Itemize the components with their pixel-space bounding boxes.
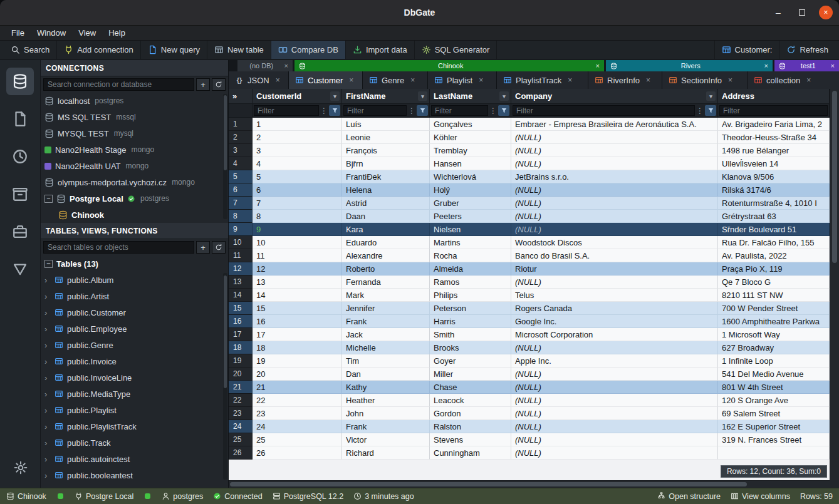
- chevron-right-icon[interactable]: ›: [44, 292, 51, 301]
- row-number[interactable]: 15: [229, 302, 253, 315]
- grid-cell[interactable]: Victor: [342, 433, 430, 446]
- grid-cell[interactable]: Rilská 3174/6: [718, 183, 830, 197]
- rail-item-macros[interactable]: [0, 250, 41, 288]
- chevron-right-icon[interactable]: ›: [44, 422, 51, 431]
- grid-cell[interactable]: 69 Salem Street: [718, 407, 830, 420]
- grid-cell[interactable]: Heather: [342, 394, 430, 407]
- grid-cell[interactable]: Frank: [342, 420, 430, 433]
- row-number[interactable]: 7: [229, 197, 253, 210]
- chevron-right-icon[interactable]: ›: [44, 389, 51, 399]
- filter-funnel-button[interactable]: [417, 105, 428, 116]
- grid-cell[interactable]: Brooks: [430, 341, 511, 354]
- grid-cell[interactable]: Theodor-Heuss-Straße 34: [718, 131, 830, 144]
- column-header-address[interactable]: Address: [718, 89, 830, 104]
- grid-cell[interactable]: Almeida: [430, 262, 511, 275]
- grid-cell[interactable]: Peeters: [430, 210, 511, 223]
- grid-cell[interactable]: Tremblay: [430, 144, 511, 157]
- status-indicator[interactable]: [143, 492, 152, 500]
- column-header-firstname[interactable]: FirstName▾: [342, 89, 430, 104]
- table-item-public-employee[interactable]: ›public.Employee: [41, 321, 228, 337]
- menu-window[interactable]: Window: [31, 27, 72, 39]
- grid-cell[interactable]: 5: [253, 170, 342, 183]
- status-postgre-local[interactable]: Postgre Local: [75, 492, 133, 501]
- column-menu-button[interactable]: ▾: [499, 91, 509, 101]
- grid-cell[interactable]: Michelle: [342, 341, 430, 354]
- grid-cell[interactable]: (NULL): [511, 223, 718, 236]
- grid-cell[interactable]: Dan: [342, 368, 430, 381]
- grid-cell[interactable]: Holý: [430, 183, 511, 197]
- chevron-right-icon[interactable]: ›: [44, 275, 51, 285]
- filter-funnel-button[interactable]: [329, 105, 340, 116]
- column-menu-button[interactable]: ▾: [418, 91, 427, 101]
- grid-vertical-scrollbar[interactable]: [830, 89, 839, 480]
- toolbar-sql-generator-button[interactable]: SQL Generator: [415, 41, 498, 59]
- row-number[interactable]: 25: [229, 433, 253, 446]
- chevron-right-icon[interactable]: ›: [44, 324, 51, 334]
- toolbar-import-data-button[interactable]: Import data: [346, 41, 415, 59]
- close-tab-icon[interactable]: ×: [276, 76, 280, 85]
- table-item-public-booleantest[interactable]: ›public.booleantest: [41, 467, 228, 483]
- horizontal-scroll-thumb[interactable]: [230, 482, 747, 486]
- chevron-right-icon[interactable]: ›: [44, 471, 51, 480]
- grid-cell[interactable]: (NULL): [511, 446, 718, 460]
- connection-item-olympus-medportal-vychozi-cz[interactable]: olympus-medportal.vychozi.czmongo: [41, 174, 228, 190]
- row-number[interactable]: 12: [229, 262, 253, 275]
- kebab-menu-icon[interactable]: ⋮: [489, 106, 498, 115]
- column-header-customerid[interactable]: CustomerId▾: [253, 89, 342, 104]
- grid-cell[interactable]: Grétrystraat 63: [718, 210, 830, 223]
- filter-input[interactable]: [254, 105, 319, 116]
- table-item-public-playlisttrack[interactable]: ›public.PlaylistTrack: [41, 418, 228, 435]
- status-postgres[interactable]: postgres: [162, 492, 203, 501]
- row-number[interactable]: 9: [229, 223, 253, 236]
- grid-cell[interactable]: (NULL): [511, 420, 718, 433]
- close-tab-icon[interactable]: ×: [284, 62, 288, 69]
- table-item-public-album[interactable]: ›public.Album: [41, 272, 228, 288]
- grid-cell[interactable]: Mark: [342, 289, 430, 302]
- grid-cell[interactable]: Gonçalves: [430, 118, 511, 131]
- table-item-public-track[interactable]: ›public.Track: [41, 435, 228, 451]
- tables-search-input[interactable]: [43, 241, 194, 254]
- grid-cell[interactable]: Klanova 9/506: [718, 170, 830, 183]
- status-open-structure[interactable]: Open structure: [657, 492, 721, 501]
- status-connected[interactable]: Connected: [213, 492, 262, 501]
- grid-cell[interactable]: 700 W Pender Street: [718, 302, 830, 315]
- row-number[interactable]: 19: [229, 354, 253, 368]
- connection-item-nano2health-stage[interactable]: Nano2Health Stagemongo: [41, 141, 228, 158]
- grid-cell[interactable]: Banco do Brasil S.A.: [511, 249, 718, 262]
- grid-cell[interactable]: (NULL): [511, 368, 718, 381]
- grid-cell[interactable]: 24: [253, 420, 342, 433]
- rail-item-history[interactable]: [0, 138, 41, 175]
- grid-cell[interactable]: Gruber: [430, 197, 511, 210]
- grid-cell[interactable]: JetBrains s.r.o.: [511, 170, 718, 183]
- grid-cell[interactable]: (NULL): [511, 381, 718, 394]
- row-number[interactable]: 6: [229, 183, 253, 197]
- tab-customer[interactable]: Customer×: [289, 71, 363, 89]
- connection-item-postgre-local[interactable]: −Postgre Localpostgres: [41, 190, 228, 207]
- db-tab-test1[interactable]: test1×: [774, 60, 839, 71]
- grid-cell[interactable]: Woodstock Discos: [511, 236, 718, 249]
- row-number[interactable]: 26: [229, 446, 253, 460]
- grid-cell[interactable]: 16: [253, 315, 342, 328]
- tab-riverinfo[interactable]: RiverInfo×: [588, 71, 662, 89]
- grid-cell[interactable]: 541 Del Medio Avenue: [718, 368, 830, 381]
- grid-cell[interactable]: 1600 Amphitheatre Parkwa: [718, 315, 830, 328]
- grid-cell[interactable]: 6: [253, 183, 342, 197]
- connections-header[interactable]: CONNECTIONS: [41, 60, 228, 76]
- grid-cell[interactable]: 319 N. Frances Street: [718, 433, 830, 446]
- table-item-public-customer[interactable]: ›public.Customer: [41, 304, 228, 321]
- maximize-button[interactable]: [795, 6, 809, 19]
- grid-cell[interactable]: Av. Paulista, 2022: [718, 249, 830, 262]
- grid-cell[interactable]: Fernanda: [342, 275, 430, 289]
- row-number[interactable]: 18: [229, 341, 253, 354]
- grid-cell[interactable]: 12: [253, 262, 342, 275]
- grid-cell[interactable]: Miller: [430, 368, 511, 381]
- column-menu-button[interactable]: ▾: [706, 91, 716, 101]
- grid-cell[interactable]: Apple Inc.: [511, 354, 718, 368]
- rail-item-settings[interactable]: [0, 449, 41, 486]
- row-number[interactable]: 2: [229, 131, 253, 144]
- close-tab-icon[interactable]: ×: [568, 76, 572, 85]
- tab-sectioninfo[interactable]: SectionInfo×: [662, 71, 748, 89]
- filter-input[interactable]: [513, 105, 695, 116]
- filter-funnel-button[interactable]: [498, 105, 509, 116]
- grid-cell[interactable]: Embraer - Empresa Brasileira de Aeronáut…: [511, 118, 718, 131]
